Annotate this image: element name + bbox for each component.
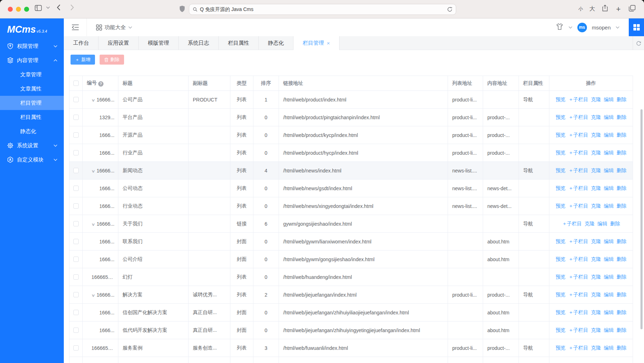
- action-link[interactable]: 编辑: [604, 327, 614, 333]
- row-checkbox[interactable]: [73, 221, 79, 226]
- fullscreen-window-button[interactable]: [24, 7, 29, 12]
- new-tab-icon[interactable]: +: [616, 5, 621, 14]
- action-link[interactable]: 编辑: [604, 256, 614, 262]
- action-link[interactable]: 编辑: [604, 274, 614, 280]
- row-checkbox[interactable]: [73, 115, 79, 120]
- sidebar-item-staticize[interactable]: 静态化: [0, 124, 64, 138]
- action-link[interactable]: 编辑: [598, 221, 607, 226]
- action-link[interactable]: 预览: [556, 185, 566, 191]
- chevron-down-icon[interactable]: [46, 6, 50, 9]
- action-link[interactable]: 预览: [556, 309, 566, 315]
- action-link[interactable]: ＋子栏目: [562, 221, 582, 226]
- action-link[interactable]: ＋子栏目: [569, 150, 588, 155]
- action-link[interactable]: 克隆: [591, 309, 601, 315]
- action-link[interactable]: 删除: [617, 274, 627, 280]
- action-link[interactable]: ＋子栏目: [569, 185, 588, 191]
- action-link[interactable]: 克隆: [591, 292, 601, 297]
- action-link[interactable]: 克隆: [591, 97, 601, 102]
- row-checkbox[interactable]: [73, 328, 79, 333]
- tab-item-1[interactable]: 应用设置: [99, 36, 139, 50]
- action-link[interactable]: 克隆: [591, 167, 601, 173]
- action-link[interactable]: 克隆: [591, 238, 601, 244]
- row-checkbox[interactable]: [73, 239, 79, 244]
- action-link[interactable]: 克隆: [591, 327, 601, 333]
- action-link[interactable]: 克隆: [591, 114, 601, 120]
- action-link[interactable]: 删除: [617, 256, 627, 262]
- action-link[interactable]: ＋子栏目: [569, 345, 588, 351]
- delete-button[interactable]: 删除: [100, 55, 124, 65]
- tab-item-6[interactable]: 栏目管理×: [293, 36, 340, 50]
- action-link[interactable]: 编辑: [604, 97, 614, 102]
- help-icon[interactable]: ?: [98, 81, 103, 87]
- tab-overview-icon[interactable]: [629, 5, 635, 12]
- refresh-tab-button[interactable]: [633, 36, 644, 50]
- action-link[interactable]: 编辑: [604, 345, 614, 351]
- expand-caret-icon[interactable]: ∨: [91, 293, 95, 298]
- action-link[interactable]: 克隆: [591, 150, 601, 155]
- action-link[interactable]: ＋子栏目: [569, 203, 588, 209]
- table-scrollbar[interactable]: [640, 109, 643, 329]
- collapse-sidebar-icon[interactable]: [64, 18, 87, 36]
- row-checkbox[interactable]: [73, 150, 79, 155]
- action-link[interactable]: 预览: [556, 97, 566, 102]
- action-link[interactable]: 编辑: [604, 167, 614, 173]
- theme-tshirt-icon[interactable]: [556, 23, 564, 32]
- privacy-shield-icon[interactable]: [179, 5, 185, 12]
- action-link[interactable]: ＋子栏目: [569, 238, 588, 244]
- action-link[interactable]: ＋子栏目: [569, 167, 588, 173]
- action-link[interactable]: 编辑: [604, 292, 614, 297]
- action-link[interactable]: 克隆: [591, 274, 601, 280]
- action-link[interactable]: ＋子栏目: [569, 256, 588, 262]
- expand-caret-icon[interactable]: ∨: [91, 98, 95, 103]
- address-bar[interactable]: Q 免疫开源的 Java Cms: [189, 4, 456, 15]
- tab-item-3[interactable]: 系统日志: [179, 36, 219, 50]
- text-smaller-icon[interactable]: 小: [578, 6, 583, 12]
- action-link[interactable]: 编辑: [604, 185, 614, 191]
- action-link[interactable]: 预览: [556, 167, 566, 173]
- action-link[interactable]: ＋子栏目: [569, 292, 588, 297]
- text-larger-icon[interactable]: 大: [589, 5, 595, 13]
- action-link[interactable]: 删除: [617, 114, 627, 120]
- chevron-down-icon[interactable]: [569, 26, 572, 29]
- action-link[interactable]: 删除: [617, 327, 627, 333]
- action-link[interactable]: 预览: [556, 327, 566, 333]
- action-link[interactable]: 删除: [617, 167, 627, 173]
- sidebar-item-permissions[interactable]: 权限管理: [0, 39, 64, 53]
- action-link[interactable]: ＋子栏目: [569, 132, 588, 138]
- action-link[interactable]: 克隆: [591, 132, 601, 138]
- expand-caret-icon[interactable]: ∨: [91, 222, 95, 227]
- reload-icon[interactable]: [447, 7, 452, 12]
- forward-button[interactable]: [70, 4, 74, 11]
- row-checkbox[interactable]: [73, 310, 79, 315]
- action-link[interactable]: 预览: [556, 114, 566, 120]
- row-checkbox[interactable]: [73, 274, 79, 280]
- avatar[interactable]: ms: [577, 23, 587, 32]
- sidebar-item-column-attributes[interactable]: 栏目属性: [0, 110, 64, 124]
- sidebar-item-article-attributes[interactable]: 文章属性: [0, 82, 64, 96]
- row-checkbox[interactable]: [73, 257, 79, 262]
- sidebar-item-column-management[interactable]: 栏目管理: [0, 96, 64, 110]
- action-link[interactable]: ＋子栏目: [569, 274, 588, 280]
- app-menu-button[interactable]: 功能大全: [96, 24, 132, 31]
- add-button[interactable]: ＋ 新增: [71, 55, 95, 65]
- row-checkbox[interactable]: [73, 186, 79, 191]
- tab-close-icon[interactable]: ×: [327, 40, 330, 46]
- action-link[interactable]: 删除: [610, 221, 620, 226]
- action-link[interactable]: 克隆: [591, 185, 601, 191]
- row-checkbox[interactable]: [73, 292, 79, 297]
- action-link[interactable]: 编辑: [604, 132, 614, 138]
- expand-caret-icon[interactable]: ∨: [91, 169, 95, 174]
- row-checkbox[interactable]: [73, 97, 79, 102]
- sidebar-item-system-settings[interactable]: 系统设置: [0, 138, 64, 153]
- close-window-button[interactable]: [8, 7, 13, 12]
- share-icon[interactable]: [602, 5, 608, 12]
- action-link[interactable]: ＋子栏目: [569, 327, 588, 333]
- action-link[interactable]: 删除: [617, 185, 627, 191]
- action-link[interactable]: 预览: [556, 150, 566, 155]
- tab-item-0[interactable]: 工作台: [64, 36, 99, 50]
- action-link[interactable]: 删除: [617, 292, 627, 297]
- minimize-window-button[interactable]: [16, 7, 21, 12]
- action-link[interactable]: 预览: [556, 292, 566, 297]
- tab-item-4[interactable]: 栏目属性: [219, 36, 259, 50]
- action-link[interactable]: 删除: [617, 132, 627, 138]
